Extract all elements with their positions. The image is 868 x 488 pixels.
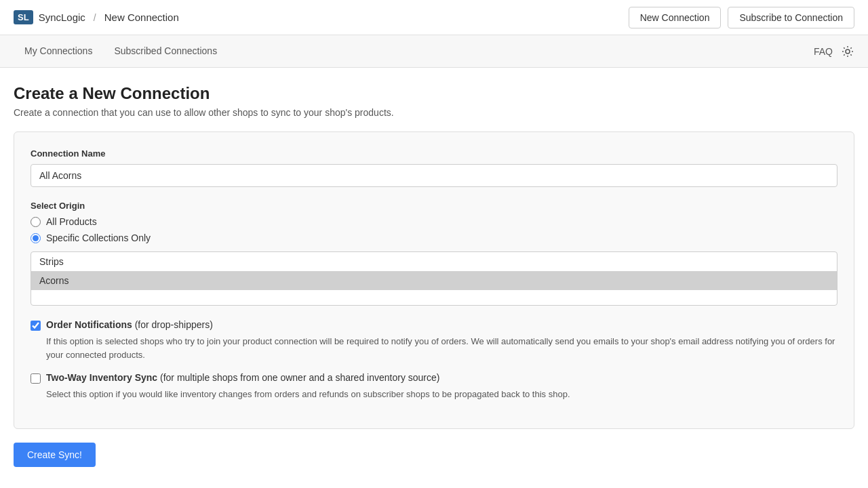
nav-tabs-left: My Connections Subscribed Connections [14, 36, 228, 67]
radio-specific-collections-label: Specific Collections Only [46, 232, 151, 243]
breadcrumb-separator: / [94, 12, 96, 23]
radio-group: All Products Specific Collections Only [31, 216, 837, 243]
svg-point-0 [846, 49, 850, 54]
tab-subscribed-connections[interactable]: Subscribed Connections [103, 36, 228, 67]
collection-item-acorns[interactable]: Acorns [31, 271, 837, 290]
page-title: Create a New Connection [14, 84, 854, 103]
collections-list: Strips Acorns [31, 251, 837, 306]
two-way-sync-label: Two-Way Inventory Sync (for multiple sho… [46, 372, 439, 383]
header-left: SL SyncLogic / New Connection [14, 10, 179, 24]
radio-all-products-input[interactable] [31, 217, 41, 227]
breadcrumb-current: New Connection [104, 12, 179, 23]
header-actions: New Connection Subscribe to Connection [629, 7, 854, 28]
radio-all-products[interactable]: All Products [31, 216, 837, 227]
connection-name-label: Connection Name [31, 148, 837, 159]
page-content: Create a New Connection Create a connect… [0, 68, 868, 483]
radio-all-products-label: All Products [46, 216, 97, 227]
faq-link[interactable]: FAQ [814, 46, 833, 57]
gear-icon[interactable] [841, 45, 854, 58]
subscribe-to-connection-button[interactable]: Subscribe to Connection [728, 7, 854, 28]
page-subtitle: Create a connection that you can use to … [14, 107, 854, 118]
two-way-sync-item: Two-Way Inventory Sync (for multiple sho… [31, 372, 837, 384]
two-way-sync-checkbox[interactable] [31, 373, 41, 384]
two-way-sync-desc: Select this option if you would like inv… [31, 388, 837, 401]
nav-tabs: My Connections Subscribed Connections FA… [0, 35, 868, 68]
select-origin-group: Select Origin All Products Specific Coll… [31, 201, 837, 306]
app-header: SL SyncLogic / New Connection New Connec… [0, 0, 868, 35]
order-notifications-checkbox[interactable] [31, 321, 41, 331]
connection-name-group: Connection Name [31, 148, 837, 187]
logo-badge: SL [14, 10, 33, 24]
order-notifications-desc: If this option is selected shops who try… [31, 335, 837, 361]
app-name: SyncLogic [39, 12, 85, 23]
tab-my-connections[interactable]: My Connections [14, 36, 103, 67]
form-card: Connection Name Select Origin All Produc… [14, 131, 854, 429]
order-notifications-item: Order Notifications (for drop-shippers) [31, 319, 837, 331]
nav-tabs-right: FAQ [814, 45, 854, 58]
radio-specific-collections-input[interactable] [31, 233, 41, 243]
order-notifications-label: Order Notifications (for drop-shippers) [46, 319, 213, 330]
collection-item-strips[interactable]: Strips [31, 252, 837, 271]
new-connection-button[interactable]: New Connection [629, 7, 722, 28]
connection-name-input[interactable] [31, 164, 837, 187]
order-notifications-group: Order Notifications (for drop-shippers) … [31, 319, 837, 361]
radio-specific-collections[interactable]: Specific Collections Only [31, 232, 837, 243]
select-origin-label: Select Origin [31, 201, 837, 211]
two-way-sync-group: Two-Way Inventory Sync (for multiple sho… [31, 372, 837, 401]
create-sync-button[interactable]: Create Sync! [14, 443, 96, 467]
